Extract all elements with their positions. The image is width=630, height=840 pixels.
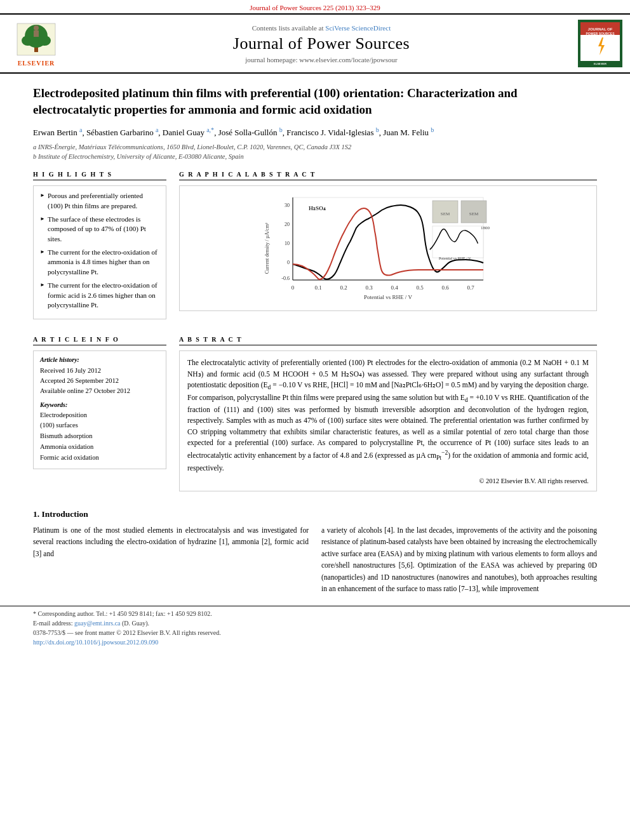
- intro-text-right: a variety of alcohols [4]. In the last d…: [321, 524, 597, 594]
- svg-text:ELSEVIER: ELSEVIER: [594, 62, 607, 65]
- svg-text:0: 0: [287, 260, 290, 265]
- author-vidal: Francisco J. Vidal-Iglesias: [286, 128, 373, 138]
- highlight-item-1: Porous and preferentially oriented (100)…: [40, 191, 159, 211]
- abstract-header: A B S T R A C T: [179, 336, 597, 345]
- keyword-1: Electrodeposition: [40, 410, 159, 421]
- highlight-item-3: The current for the electro-oxidation of…: [40, 248, 159, 277]
- graphical-abstract-box: 0 0.1 0.2 0.3 0.4 0.5 0.6 0.7 Potential …: [179, 185, 597, 311]
- svg-text:Potential vs RHE / V: Potential vs RHE / V: [364, 294, 412, 300]
- highlights-list: Porous and preferentially oriented (100)…: [40, 191, 159, 310]
- highlight-item-2: The surface of these electrodes is compo…: [40, 215, 159, 244]
- author-solla-affil: b: [279, 126, 283, 133]
- abstract-column: A B S T R A C T The electrocatalytic act…: [179, 336, 597, 500]
- svg-text:0.5: 0.5: [416, 284, 424, 291]
- abstract-copyright: © 2012 Elsevier B.V. All rights reserved…: [187, 477, 589, 484]
- article-content: Electrodeposited platinum thin films wit…: [0, 74, 630, 606]
- email-link[interactable]: guay@emt.inrs.ca: [74, 620, 121, 627]
- svg-point-4: [38, 36, 51, 46]
- keyword-2: (100) surfaces: [40, 420, 159, 431]
- svg-text:Potential vs RHE / V: Potential vs RHE / V: [439, 257, 471, 260]
- author-garbarino-affil: a: [156, 126, 158, 133]
- sciverse-line: Contents lists available at SciVerse Sci…: [71, 24, 572, 32]
- keyword-3: Bismuth adsorption: [40, 431, 159, 442]
- keyword-5: Formic acid oxidation: [40, 453, 159, 463]
- svg-point-3: [22, 36, 34, 46]
- journal-cover-svg: JOURNAL OF POWER SOURCES ELSEVIER: [578, 20, 622, 67]
- abstract-box: The electrocatalytic activity of prefere…: [179, 350, 597, 491]
- journal-reference-bar: Journal of Power Sources 225 (2013) 323–…: [0, 0, 630, 15]
- intro-col-left: Platinum is one of the most studied elem…: [33, 524, 309, 594]
- journal-cover-image: JOURNAL OF POWER SOURCES ELSEVIER: [578, 20, 622, 67]
- journal-banner: ELSEVIER Contents lists available at Sci…: [0, 15, 630, 74]
- intro-col-right: a variety of alcohols [4]. In the last d…: [321, 524, 597, 594]
- svg-text:JOURNAL OF: JOURNAL OF: [588, 27, 613, 31]
- svg-text:-0.6: -0.6: [281, 276, 290, 281]
- abstract-text: The electrocatalytic activity of prefere…: [187, 357, 589, 474]
- svg-point-5: [34, 25, 39, 30]
- highlights-graphical-section: H I G H L I G H T S Porous and preferent…: [33, 171, 597, 327]
- issn-note: 0378-7753/$ — see front matter © 2012 El…: [33, 628, 597, 637]
- highlights-box: Porous and preferentially oriented (100)…: [33, 185, 166, 319]
- keyword-4: Ammonia oxidation: [40, 442, 159, 453]
- graphical-abstract-chart: 0 0.1 0.2 0.3 0.4 0.5 0.6 0.7 Potential …: [185, 191, 591, 305]
- svg-text:0.6: 0.6: [441, 284, 449, 291]
- svg-text:SEM: SEM: [469, 211, 479, 217]
- info-abstract-section: A R T I C L E I N F O Article history: R…: [33, 336, 597, 500]
- author-garbarino: Sébastien Garbarino: [86, 128, 154, 138]
- history-label: Article history:: [40, 356, 159, 363]
- affiliations: a INRS-Énergie, Matériaux Télécommunicat…: [33, 142, 597, 163]
- svg-text:Current density / µA/cm²: Current density / µA/cm²: [264, 222, 270, 274]
- introduction-title: 1. Introduction: [33, 509, 597, 519]
- elsevier-tree-icon: [14, 20, 58, 58]
- author-feliu-affil: b: [431, 126, 434, 133]
- journal-homepage: journal homepage: www.elsevier.com/locat…: [71, 56, 572, 63]
- doi-link[interactable]: http://dx.doi.org/10.1016/j.jpowsour.201…: [33, 639, 158, 646]
- article-info-header: A R T I C L E I N F O: [33, 336, 166, 345]
- highlight-item-4: The current for the electro-oxidation of…: [40, 281, 159, 310]
- elsevier-label-text: ELSEVIER: [18, 60, 55, 67]
- svg-text:H₂SO₄: H₂SO₄: [309, 205, 326, 211]
- author-solla: José Solla-Gullón: [218, 128, 278, 138]
- journal-title: Journal of Power Sources: [71, 34, 572, 53]
- svg-text:POWER SOURCES: POWER SOURCES: [586, 32, 615, 36]
- author-vidal-affil: b: [376, 126, 379, 133]
- elsevier-logo: ELSEVIER: [8, 20, 65, 67]
- accepted-date: Accepted 26 September 2012: [40, 376, 159, 386]
- svg-text:0.2: 0.2: [340, 284, 347, 291]
- authors-line: Erwan Bertin a, Sébastien Garbarino a, D…: [33, 126, 597, 138]
- svg-text:20: 20: [285, 222, 290, 227]
- svg-rect-39: [432, 226, 483, 258]
- author-feliu: Juan M. Feliu: [383, 128, 429, 138]
- svg-text:30: 30: [285, 203, 290, 208]
- svg-text:1800: 1800: [481, 225, 490, 230]
- svg-text:10: 10: [285, 241, 290, 246]
- affiliation-b: b Institute of Electrochemistry, Univers…: [33, 152, 597, 162]
- article-info-column: A R T I C L E I N F O Article history: R…: [33, 336, 166, 500]
- article-info-box: Article history: Received 16 July 2012 A…: [33, 350, 166, 469]
- footnote-area: * Corresponding author. Tel.: +1 450 929…: [0, 606, 630, 650]
- received-date: Received 16 July 2012: [40, 366, 159, 376]
- sciverse-link[interactable]: SciVerse ScienceDirect: [325, 24, 391, 32]
- svg-text:SEM: SEM: [441, 211, 450, 217]
- author-bertin: Erwan Bertin: [33, 128, 77, 138]
- journal-center: Contents lists available at SciVerse Sci…: [71, 24, 572, 63]
- keywords-label: Keywords:: [40, 401, 159, 408]
- available-date: Available online 27 October 2012: [40, 386, 159, 396]
- svg-text:0.4: 0.4: [391, 284, 398, 291]
- introduction-section: 1. Introduction Platinum is one of the m…: [33, 509, 597, 594]
- svg-text:0.3: 0.3: [365, 284, 373, 291]
- affiliation-a: a INRS-Énergie, Matériaux Télécommunicat…: [33, 142, 597, 152]
- svg-text:0.1: 0.1: [314, 284, 321, 291]
- corresponding-author-note: * Corresponding author. Tel.: +1 450 929…: [33, 609, 597, 618]
- svg-text:0.7: 0.7: [467, 284, 474, 291]
- graphical-abstract-column: G R A P H I C A L A B S T R A C T 0 0.1 …: [179, 171, 597, 327]
- svg-rect-6: [34, 30, 39, 37]
- journal-reference-text: Journal of Power Sources 225 (2013) 323–…: [250, 4, 380, 11]
- highlights-header: H I G H L I G H T S: [33, 171, 166, 180]
- author-guay-affil: a,*: [206, 126, 214, 133]
- highlights-column: H I G H L I G H T S Porous and preferent…: [33, 171, 166, 327]
- svg-text:0: 0: [292, 284, 295, 291]
- email-note: E-mail address: guay@emt.inrs.ca (D. Gua…: [33, 618, 597, 628]
- author-bertin-affil: a: [79, 126, 82, 133]
- doi-note: http://dx.doi.org/10.1016/j.jpowsour.201…: [33, 637, 597, 647]
